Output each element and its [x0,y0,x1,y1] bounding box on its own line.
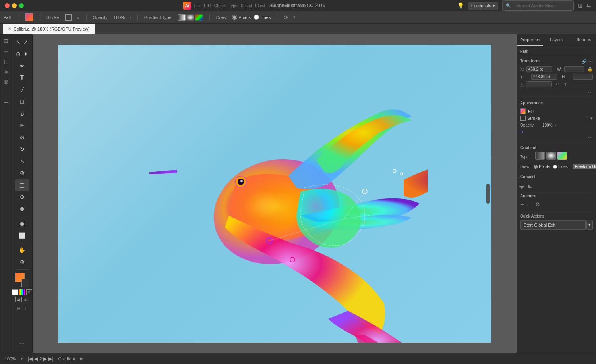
convert-smooth-icon[interactable]: ◣ [528,182,532,189]
maximize-button[interactable] [19,3,24,8]
magic-wand-tool[interactable]: ✦ [22,48,29,60]
column-graph-tool[interactable]: ▦ [15,218,29,229]
arrange-icon[interactable]: ⊞ [2,37,10,45]
libraries-tab[interactable]: Libraries [570,34,596,46]
more-tools-btn[interactable]: ··· [15,338,29,349]
lines-radio[interactable] [254,15,259,20]
navigate-icon[interactable]: ⊹ [2,47,10,56]
points-option-panel[interactable]: Points [534,164,550,169]
zoom-chevron[interactable]: ▾ [21,356,23,361]
pen-tool[interactable]: ✒ [15,60,29,71]
fill-color-swatch[interactable] [25,13,33,21]
none-mode-btn[interactable]: ⊘ [26,289,33,295]
more-btn-2[interactable]: ··· [588,100,593,107]
grid-icon[interactable]: ⚏ [2,98,10,107]
global-edit-dropdown[interactable]: ▾ [586,220,593,230]
arrange2-icon[interactable]: ⊞ [15,306,22,311]
color-mode-btn[interactable] [12,289,18,295]
freeform-gradient-btn[interactable] [557,152,567,160]
next-artboard-btn[interactable]: ▶ [43,356,47,362]
angle-input[interactable] [526,81,552,87]
lock-icon[interactable]: 🔒 [587,67,593,72]
lines-option[interactable]: Lines [254,15,271,20]
tab-close-button[interactable]: ✕ [8,27,11,31]
more-options-icon[interactable]: ▾ [293,15,296,20]
anchor-remove-icon[interactable]: — [527,201,533,208]
rectangle-tool[interactable]: □ [15,96,29,107]
fx-label[interactable]: fx [520,129,524,134]
lines-option-panel[interactable]: Lines [553,164,568,169]
more-btn-1[interactable]: ··· [588,89,593,95]
points-radio-panel[interactable] [534,165,538,169]
zoom-tool[interactable]: ⊕ [15,256,29,268]
background-color[interactable] [21,279,29,287]
flip-v-icon[interactable]: ⇕ [563,82,567,87]
essentials-button[interactable]: Essentials ▾ [468,2,498,10]
vertical-scrollbar[interactable] [486,184,490,204]
canvas-area[interactable] [33,34,517,353]
pencil-tool[interactable]: ✏ [15,120,29,131]
link-icon[interactable]: ⛓ [2,78,10,87]
export-icon[interactable]: ↑ [2,88,10,97]
direct-selection-tool[interactable]: ↗ [22,37,29,48]
search-stock-container[interactable]: 🔍 [502,0,574,11]
convert-corner-icon[interactable]: ◢ [519,181,526,189]
arrange-icon[interactable]: ⊞ [578,2,582,9]
more-btn-3[interactable]: ··· [588,134,593,140]
prev-artboard-btn[interactable]: ◀ [34,356,38,362]
properties-tab[interactable]: Properties [517,34,543,46]
last-artboard-btn[interactable]: ▶| [48,356,53,362]
first-artboard-btn[interactable]: |◀ [28,356,33,362]
close-button[interactable] [5,3,10,8]
warp-tool[interactable]: ⊕ [15,168,29,179]
lightbulb-icon[interactable]: 💡 [457,2,464,9]
appearance-icon[interactable]: ◈ [2,67,10,76]
blend-tool[interactable]: ⊗ [15,203,29,214]
gradient-tool[interactable]: ◫ [15,179,29,191]
points-option[interactable]: Points [232,15,251,20]
artboard-tool[interactable]: ⬜ [15,230,29,241]
play-icon[interactable]: ▶ [80,356,83,361]
opacity-arrow-icon[interactable]: › [555,123,557,127]
eraser-tool[interactable]: ⊘ [15,132,29,143]
lasso-tool[interactable]: ⊙ [15,48,22,60]
type-tool[interactable]: T [15,72,29,83]
minimize-button[interactable] [12,3,17,8]
anchor-convert-icon[interactable]: ⚙ [535,201,540,208]
start-global-edit-button[interactable]: Start Global Edit [520,220,586,230]
radial-gradient-btn[interactable] [546,152,556,160]
h-input[interactable] [573,74,593,80]
transform2-icon[interactable]: ◫ [2,57,10,66]
export2-icon[interactable]: ↑ [23,306,29,311]
points-radio[interactable] [232,15,237,20]
selection-tool[interactable]: ↖ [15,37,22,48]
opacity-arrow[interactable]: › [130,15,131,20]
screen-btn2[interactable]: ◫ [23,297,29,302]
stroke-swatch[interactable] [65,14,72,21]
paintbrush-tool[interactable]: ⌀ [15,108,29,119]
search-stock-input[interactable] [513,2,569,9]
stroke-expand-icon[interactable]: ▾ [590,116,593,121]
constrain-icon[interactable]: 🔗 [581,59,587,64]
lines-radio-panel[interactable] [553,165,557,169]
gradient-mode-btn[interactable] [19,289,25,295]
layers-tab[interactable]: Layers [543,34,569,46]
gradient-freeform-btn[interactable] [195,14,203,21]
active-tab[interactable]: ✕ Colibri.ai @ 100% (RGB/GPU Preview) [3,24,95,34]
scale-tool[interactable]: ⤡ [15,156,29,167]
screen-btn1[interactable]: ◪ [15,297,22,302]
w-input[interactable] [564,66,584,72]
y-input[interactable] [531,74,557,80]
linear-gradient-btn[interactable] [535,152,545,160]
gradient-radial-btn[interactable] [186,14,194,21]
rotate-tool[interactable]: ↻ [15,144,29,155]
gradient-linear-btn[interactable] [178,14,186,21]
fill-swatch[interactable] [520,108,526,114]
hand-tool[interactable]: ✋ [15,245,29,256]
eyedropper-tool[interactable]: ⊙ [15,191,29,202]
more-transform-icon[interactable]: ⋯ [588,59,593,64]
transform-icon[interactable]: ⟳ [284,14,288,21]
anchor-pen-icon[interactable]: ✒ [520,201,525,208]
line-tool[interactable]: ╱ [15,84,29,95]
x-input[interactable] [526,66,552,72]
